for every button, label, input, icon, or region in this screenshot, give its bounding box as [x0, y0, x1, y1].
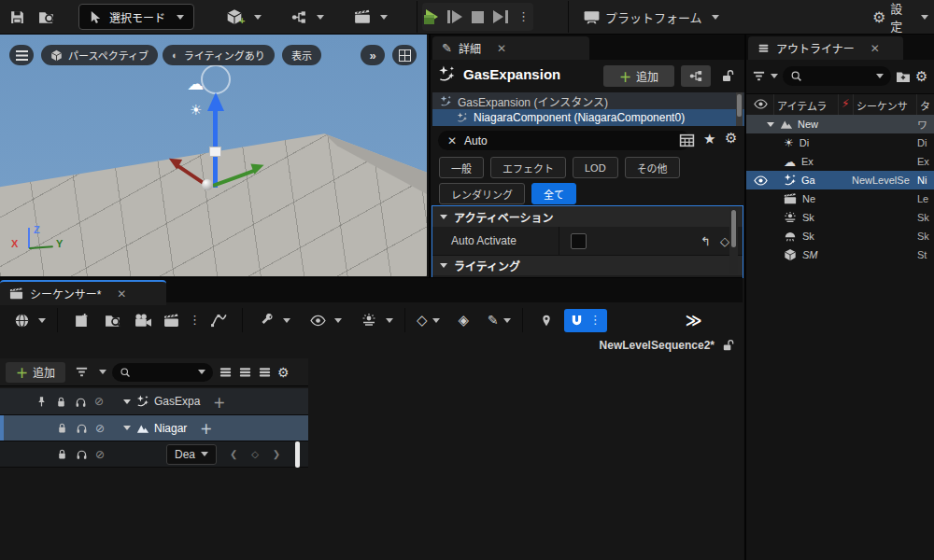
outliner-row-directional-light[interactable]: ☀ Di Di [746, 133, 934, 152]
filter-funnel-icon[interactable] [752, 69, 766, 83]
viewport-3d[interactable]: ☁ ☀ パースペクティブ ◐ライティングあり 表示 » Z Y X [0, 35, 427, 276]
favorites-star-icon[interactable]: ★ [703, 131, 715, 147]
section-lighting[interactable]: ライティング [432, 256, 743, 275]
viewport-lit-dropdown[interactable]: ◐ライティングあり [163, 45, 275, 65]
keyframe-diamond-icon[interactable]: ◇ [720, 234, 729, 248]
filter-all[interactable]: 全て [531, 183, 576, 204]
snap-magnet-toggle[interactable]: ⋮ [564, 309, 607, 332]
curve-editor-button[interactable] [206, 312, 231, 329]
component-tree-row-selected[interactable]: NiagaraComponent (NiagaraComponent0) [432, 109, 761, 126]
step-forward-button[interactable] [447, 10, 462, 23]
toolbar-overflow-chevrons[interactable]: ≫ [686, 311, 702, 330]
view-options-eye-dropdown[interactable] [305, 313, 330, 329]
outliner-row-sky-light[interactable]: Sk Sk [746, 227, 934, 245]
marker-pin-icon[interactable] [534, 314, 559, 328]
outliner-row-gas-expansion-selected[interactable]: Ga NewLevelSe Ni [746, 171, 934, 189]
viewport-perspective-dropdown[interactable]: パースペクティブ [41, 45, 158, 65]
outliner-row-level-sequence[interactable]: Ne Le [746, 189, 934, 208]
column-item-label[interactable]: アイテムラ [777, 98, 827, 113]
visibility-column-eye-icon[interactable] [754, 97, 768, 111]
solo-headphones-icon[interactable] [76, 448, 88, 460]
unlock-icon[interactable] [720, 68, 735, 83]
reset-arrow-icon[interactable]: ↰ [700, 234, 711, 248]
add-actor-dropdown[interactable]: + [220, 5, 267, 29]
outliner-row-static-mesh[interactable]: SM St [746, 245, 934, 264]
expand-arrow-icon[interactable] [767, 122, 774, 127]
viewport-more-button[interactable]: » [361, 45, 385, 65]
auto-key-icon[interactable]: ◈ [459, 312, 470, 329]
track-filter-funnel-icon[interactable] [75, 365, 89, 379]
playback-options-dropdown[interactable] [357, 313, 381, 328]
browse-button[interactable] [33, 5, 62, 29]
camera-button[interactable] [131, 313, 155, 329]
display-mode-icon[interactable] [679, 133, 695, 148]
left-panel-scrollbar-thumb[interactable] [295, 441, 300, 468]
filter-rendering[interactable]: レンダリング [439, 183, 525, 204]
keyframe-options-dropdown[interactable]: ◇ [417, 312, 428, 329]
sequence-name[interactable]: NewLevelSequence2* [600, 339, 715, 352]
track-row-niagara-selected[interactable]: ⊘ Niagar ＋ [0, 415, 308, 441]
details-scrollbar[interactable] [729, 207, 738, 274]
track-row-deactivate[interactable]: ⊘ Dea ❮ ◇ ❯ [0, 441, 308, 468]
fog-sprite-icon[interactable]: ☁ [187, 74, 204, 94]
play-options-dots-icon[interactable]: ⋮ [517, 15, 530, 19]
outliner-row-fog[interactable]: ☁ Ex Ex [746, 152, 934, 171]
tab-outliner[interactable]: アウトライナー ✕ [748, 36, 903, 60]
blueprints-dropdown[interactable] [286, 5, 330, 29]
auto-activate-checkbox[interactable] [571, 233, 587, 249]
mute-icon[interactable]: ⊘ [95, 422, 105, 435]
solo-headphones-icon[interactable] [76, 422, 88, 434]
lock-icon[interactable] [55, 396, 67, 408]
clear-search-icon[interactable]: ✕ [447, 134, 457, 147]
edit-blueprint-button[interactable] [681, 65, 711, 87]
solo-headphones-icon[interactable] [75, 396, 87, 408]
track-row-gas-expansion[interactable]: ⊘ GasExpa ＋ [0, 388, 308, 415]
tab-sequencer[interactable]: シーケンサー* ✕ [0, 280, 166, 305]
eye-icon[interactable] [754, 174, 768, 188]
mute-icon[interactable]: ⊘ [95, 448, 105, 461]
filter-lod[interactable]: LOD [573, 157, 618, 178]
unlock-icon[interactable] [721, 338, 735, 352]
add-track-button[interactable]: ＋追加 [6, 362, 65, 383]
expand-arrow-icon[interactable] [123, 399, 131, 404]
close-icon[interactable]: ✕ [117, 287, 126, 301]
details-search-input[interactable]: ✕ Auto [438, 131, 690, 150]
browse-sequence-button[interactable] [101, 313, 125, 329]
outliner-settings-gear-icon[interactable]: ⚙ [915, 68, 927, 85]
toolbar-dots-icon[interactable]: ⋮ [189, 318, 201, 322]
add-component-button[interactable]: ＋追加 [603, 65, 674, 87]
sequencer-settings-gear-icon[interactable]: ⚙ [277, 365, 290, 380]
column-bolt-icon[interactable]: ⚡ [842, 97, 849, 110]
new-folder-icon[interactable] [896, 69, 911, 84]
world-dropdown[interactable] [9, 313, 34, 329]
sun-sprite-icon[interactable]: ☀ [190, 102, 202, 119]
gizmo-origin-sphere[interactable] [202, 179, 213, 190]
platform-dropdown[interactable]: プラットフォーム [577, 5, 725, 29]
cinematics-dropdown[interactable] [348, 5, 393, 29]
mute-icon[interactable]: ⊘ [94, 395, 104, 408]
column-type-label[interactable]: タ [920, 98, 930, 113]
play-button[interactable] [426, 9, 438, 24]
details-settings-gear-icon[interactable]: ⚙ [725, 130, 737, 147]
close-icon[interactable]: ✕ [870, 42, 880, 55]
collapse-tracks-icon[interactable] [219, 365, 233, 379]
pin-icon[interactable] [35, 396, 48, 408]
stop-button[interactable] [472, 11, 484, 23]
viewport-show-dropdown[interactable]: 表示 [282, 45, 321, 65]
edit-mode-pencil-dropdown[interactable]: ✎ [488, 313, 499, 328]
render-movie-button[interactable] [159, 313, 183, 329]
keyframe-nav[interactable]: ❮ ◇ ❯ [230, 449, 286, 459]
track-list-icon[interactable] [258, 365, 272, 379]
filter-other[interactable]: その他 [625, 157, 680, 178]
tab-details[interactable]: ✎ 詳細 ✕ [432, 36, 589, 60]
add-section-plus-icon[interactable]: ＋ [200, 419, 212, 437]
expand-tracks-icon[interactable] [238, 365, 252, 379]
viewport-layout-button[interactable] [392, 45, 417, 65]
snap-options-dots-icon[interactable]: ⋮ [589, 318, 601, 322]
select-mode-dropdown[interactable]: 選択モード [78, 4, 194, 30]
lock-icon[interactable] [56, 448, 68, 460]
outliner-row-world[interactable]: New ワ [746, 115, 934, 133]
section-activation[interactable]: アクティベーション [432, 206, 743, 227]
track-search-input[interactable] [112, 363, 213, 382]
lock-icon[interactable] [56, 422, 68, 434]
